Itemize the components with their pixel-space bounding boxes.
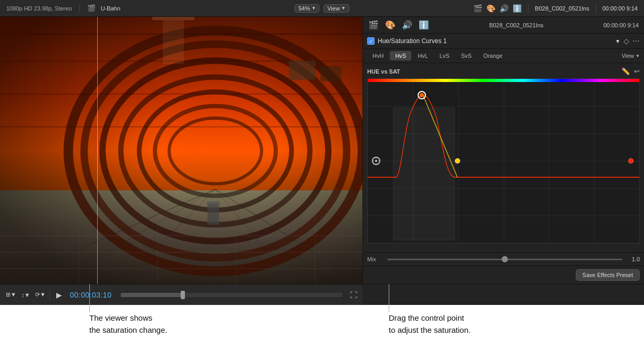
clip-name-label: U-Bahn [101, 5, 120, 12]
annotation-left-text: The viewer shows the saturation change. [89, 312, 362, 336]
svg-rect-21 [206, 201, 220, 205]
tab-lvs[interactable]: LvS [434, 51, 455, 60]
annotation-left-line2: the saturation change. [89, 325, 167, 334]
svg-rect-15 [0, 126, 362, 127]
save-effects-preset-button[interactable]: Save Effects Preset [576, 269, 640, 281]
control-point-target[interactable] [372, 157, 380, 165]
reset-icon[interactable]: ↩ [634, 67, 640, 75]
effect-chevron-down-icon[interactable]: ▼ [615, 38, 620, 44]
tunnel-svg [0, 17, 362, 284]
playback-controls: ⊞▼ ↕▼ ⟳▼ ▶ 00:00:03:10 ⛶ [0, 284, 362, 305]
curve-tabs-row: HvH HvS HvL LvS SvS Orange View ▼ [363, 49, 644, 63]
insp-panel-audio-icon[interactable]: 🔊 [402, 20, 412, 30]
insp-panel-film-icon[interactable]: 🎬 [368, 20, 379, 30]
insp-palette-icon: 🎨 [486, 4, 495, 13]
effect-expand-icon[interactable]: ⋯ [632, 37, 640, 45]
speed-button[interactable]: ⟳▼ [35, 289, 46, 301]
separator-2 [528, 4, 528, 13]
annotation-line-right [389, 284, 389, 312]
effect-options-icon[interactable]: ◇ [624, 37, 629, 45]
play-button[interactable]: ▶ [53, 289, 65, 301]
svg-rect-14 [0, 94, 362, 95]
curve-title-label: HUE vs SAT [367, 68, 400, 75]
zoom-chevron-icon: ▼ [311, 6, 316, 11]
insp-audio-icon: 🔊 [500, 4, 508, 13]
main-area: 🎬 🎨 🔊 ℹ️ B028_C002_0521Ins 00:00:00 9:14… [0, 17, 644, 284]
separator-3 [596, 4, 596, 13]
insp-panel-palette-icon[interactable]: 🎨 [385, 20, 396, 30]
mix-row: Mix 1.0 [363, 252, 644, 266]
viewer-image [0, 17, 362, 284]
effect-checkbox[interactable] [367, 37, 375, 45]
effect-name-label: Hue/Saturation Curves 1 [378, 37, 612, 45]
curve-area: HUE vs SAT ✏️ ↩ [363, 63, 644, 252]
curve-canvas[interactable] [367, 78, 640, 243]
film-icon: 🎬 [87, 4, 96, 12]
insp-info-icon: ℹ️ [513, 4, 522, 13]
view-curve-chevron-icon: ▼ [636, 54, 640, 58]
svg-rect-19 [320, 66, 341, 81]
zoom-button[interactable]: 54% ▼ [295, 4, 319, 13]
view-button[interactable]: View ▼ [324, 4, 349, 13]
hue-sat-curve-svg [368, 79, 639, 243]
view-label: View [327, 5, 340, 12]
annotation-line-left [89, 284, 90, 312]
curve-title-row: HUE vs SAT ✏️ ↩ [367, 67, 640, 75]
viewer-panel [0, 17, 362, 284]
svg-rect-20 [207, 203, 219, 225]
resolution-label: 1080p HD 23.98p, Stereo [6, 5, 72, 12]
mix-label: Mix [367, 256, 383, 262]
effect-dropdown-row: Hue/Saturation Curves 1 ▼ ◇ ⋯ [363, 34, 644, 49]
control-point-red-end[interactable] [628, 158, 633, 164]
mix-slider-thumb[interactable] [502, 256, 508, 262]
inspector-timecode-display: 00:00:00 9:14 [604, 22, 639, 28]
annotation-right-line1: Drag the control point [389, 313, 464, 322]
inspector-clip-label: B028_C002_0521Ins [435, 22, 597, 28]
playback-bar: ⊞▼ ↕▼ ⟳▼ ▶ 00:00:03:10 ⛶ [0, 284, 644, 305]
curve-action-buttons: ✏️ ↩ [621, 67, 640, 75]
inspector-bottom-spacer [362, 284, 644, 305]
control-point-yellow[interactable] [455, 158, 460, 164]
inspector-timecode: 00:00:00 9:14 [603, 5, 638, 12]
top-bar: 1080p HD 23.98p, Stereo 🎬 U-Bahn 54% ▼ V… [0, 0, 644, 17]
insp-panel-info-icon[interactable]: ℹ️ [419, 20, 429, 30]
playback-timecode: 00:00:03:10 [70, 291, 111, 299]
playback-separator [49, 290, 50, 300]
inspector-clip-name: B028_C002_0521Ins [535, 5, 589, 12]
top-bar-right: 🎬 🎨 🔊 ℹ️ B028_C002_0521Ins 00:00:00 9:14 [349, 4, 638, 13]
svg-rect-30 [393, 108, 455, 240]
tab-hvs[interactable]: HvS [390, 51, 411, 60]
layout-button[interactable]: ⊞▼ [5, 289, 17, 301]
effect-actions: ▼ ◇ ⋯ [615, 37, 640, 45]
svg-point-0 [68, 30, 362, 271]
annotation-right: Drag the control point to adjust the sat… [362, 312, 644, 347]
svg-point-4 [139, 92, 292, 210]
playhead-thumb[interactable] [181, 291, 185, 299]
zoom-value: 54% [298, 5, 310, 12]
view-curve-label: View [621, 53, 634, 59]
mix-slider[interactable] [387, 259, 622, 260]
view-curve-button[interactable]: View ▼ [621, 53, 640, 59]
tab-hvl[interactable]: HvL [412, 51, 433, 60]
svg-rect-17 [163, 20, 184, 64]
tab-svs[interactable]: SvS [456, 51, 477, 60]
control-point-orange[interactable] [418, 91, 426, 99]
tab-orange[interactable]: Orange [478, 51, 508, 60]
svg-point-6 [169, 118, 262, 184]
timeline-track[interactable] [121, 293, 342, 297]
playhead-line [97, 17, 98, 284]
inspector-panel: 🎬 🎨 🔊 ℹ️ B028_C002_0521Ins 00:00:00 9:14… [362, 17, 644, 284]
annotation-left: The viewer shows the saturation change. [0, 312, 362, 347]
trim-button[interactable]: ↕▼ [20, 289, 32, 301]
annotation-right-text: Drag the control point to adjust the sat… [389, 312, 644, 336]
inspector-top-bar: 🎬 🎨 🔊 ℹ️ B028_C002_0521Ins 00:00:00 9:14 [363, 17, 644, 34]
eyedropper-icon[interactable]: ✏️ [621, 67, 630, 75]
separator-1 [79, 4, 80, 13]
svg-rect-16 [152, 17, 194, 20]
annotation-left-line1: The viewer shows [89, 313, 152, 322]
fullscreen-button[interactable]: ⛶ [350, 291, 357, 299]
timeline-progress [121, 293, 183, 297]
tab-hvh[interactable]: HvH [367, 51, 389, 60]
top-bar-center: 54% ▼ View ▼ [295, 4, 349, 13]
save-preset-row: Save Effects Preset [363, 266, 644, 284]
